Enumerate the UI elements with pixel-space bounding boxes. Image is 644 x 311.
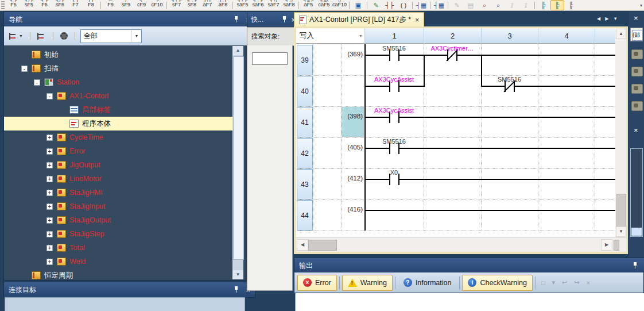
scroll-up-icon[interactable]: ▲ xyxy=(232,46,243,55)
fkey-button-F8[interactable]: [ ]F8 xyxy=(83,0,99,10)
tree-item-StaJigInput[interactable]: +StaJigInput xyxy=(4,199,232,213)
collapse-tree-button[interactable] xyxy=(36,30,48,42)
cross-ref-active-icon[interactable]: ╠ xyxy=(550,0,564,10)
tree-item-AX1-Contorl[interactable]: -AX1-Contorl xyxy=(4,89,232,103)
scroll-right-icon[interactable]: ▶ xyxy=(601,239,612,251)
tree-scrollbar-thumb[interactable] xyxy=(233,56,244,260)
pin-icon[interactable] xyxy=(633,262,638,269)
splitter-grip[interactable] xyxy=(614,240,619,251)
contact-label[interactable]: X0 xyxy=(354,169,434,176)
pin-icon[interactable] xyxy=(234,16,239,23)
tree-item-Error[interactable]: +Error xyxy=(4,144,232,158)
tree-item-StaJigOutput[interactable]: +StaJigOutput xyxy=(4,213,232,227)
tree-item-Station[interactable]: -Station xyxy=(4,75,232,89)
hscroll-thumb[interactable] xyxy=(308,240,337,251)
tab-close-icon[interactable]: × xyxy=(415,16,419,24)
output-filter-information[interactable]: ?Information xyxy=(398,275,457,291)
expand-icon[interactable]: + xyxy=(46,204,53,210)
fkey-button-aF7[interactable]: (↑)aF7 xyxy=(200,0,215,10)
collapse-icon[interactable]: - xyxy=(34,79,40,86)
tree-item-StaJigStep[interactable]: +StaJigStep xyxy=(4,227,232,241)
collapse-icon[interactable]: - xyxy=(21,66,28,72)
tab-list-icon[interactable]: ▼ xyxy=(613,16,618,21)
ladder-vertical-scrollbar[interactable]: ▲ ▼ xyxy=(615,28,626,237)
expand-icon[interactable]: + xyxy=(46,176,53,182)
rung-number-44[interactable]: 44 xyxy=(297,200,313,231)
tree-item--[interactable]: 初始 xyxy=(4,48,232,62)
fkey-button-sF6[interactable]: ┤/├sF6 xyxy=(52,0,68,10)
contact-label[interactable]: SM5516 xyxy=(354,138,434,145)
fkey-button-saF8[interactable]: ┤↓/saF8 xyxy=(281,0,297,10)
chevron-down-icon[interactable]: ▼ xyxy=(359,34,363,38)
tree-item-CycleTime[interactable]: +CycleTime xyxy=(4,130,232,144)
ladder-editor[interactable]: 写入 ▼123439(369)SM5516AX3Cyctimer…40AX3Cy… xyxy=(296,28,615,237)
find-instruction-icon[interactable]: ⌕ xyxy=(491,0,505,10)
fkey-button-cF10[interactable]: ┌cF10 xyxy=(149,0,165,10)
tree-item-Total[interactable]: +Total xyxy=(4,241,232,255)
fkey-button-saF6[interactable]: ┤↓├saF6 xyxy=(250,0,266,10)
fkey-button-saF7[interactable]: ┤↑/saF7 xyxy=(266,0,281,10)
tree-item--[interactable]: -扫描 xyxy=(4,62,232,75)
tree-item--[interactable]: 程序本体 xyxy=(4,117,232,130)
tab-ax1-contorl[interactable]: AX1-Contorl [PRG] [LD] 417步 * × xyxy=(294,12,424,27)
tree-item-Weld[interactable]: +Weld xyxy=(4,255,232,268)
element-selection-dropdown[interactable]: (部 xyxy=(630,28,643,41)
pin-icon[interactable] xyxy=(234,286,239,293)
rung-number-40[interactable]: 40 xyxy=(297,76,313,106)
fkey-button-cF9[interactable]: ┐cF9 xyxy=(134,0,149,10)
scroll-down-icon[interactable]: ▼ xyxy=(616,226,626,237)
coil-icon[interactable]: ( ) xyxy=(397,0,410,10)
contact-grid2-icon[interactable]: ┤▦ xyxy=(432,0,446,10)
fkey-button-F5[interactable]: ┤├F5 xyxy=(6,0,21,10)
output-filter-error[interactable]: ×Error xyxy=(297,275,337,291)
output-filter-warning[interactable]: Warning xyxy=(342,275,393,291)
expand-icon[interactable]: + xyxy=(46,135,53,141)
tree-item--[interactable]: 局部标签 xyxy=(4,103,232,117)
rung-number-41[interactable]: 41 xyxy=(297,107,313,137)
contact-label[interactable]: AX3CycAssist xyxy=(354,107,434,114)
fkey-button-aF5[interactable]: ┤=├aF5 xyxy=(301,0,316,10)
expand-icon[interactable]: + xyxy=(46,245,53,251)
ladder-horizontal-scrollbar[interactable]: ◀ ▶ xyxy=(296,237,626,252)
toolbar-overflow-icon[interactable]: ▾ xyxy=(640,3,644,8)
tree-display-mode-button[interactable]: ▼ xyxy=(7,30,25,42)
statement-edit-icon[interactable]: ✎ xyxy=(369,0,383,10)
expand-icon[interactable]: + xyxy=(46,217,53,224)
fkey-button-sF5[interactable]: ┤/├sF5 xyxy=(21,0,37,10)
tab-scroll-right-icon[interactable]: ▶ xyxy=(605,16,608,21)
tree-item--[interactable]: 恒定周期 xyxy=(4,268,232,281)
rung-number-39[interactable]: 39 xyxy=(297,45,313,75)
fkey-button-caF5[interactable]: ┤=/caF5 xyxy=(316,0,332,10)
collapse-icon[interactable]: - xyxy=(46,93,53,99)
tree-item-LineMotor[interactable]: +LineMotor xyxy=(4,172,232,186)
close-icon[interactable]: × xyxy=(634,126,638,134)
settings-button[interactable] xyxy=(59,30,69,42)
contact-label[interactable]: AX3Cyctimer… xyxy=(412,45,492,52)
expand-icon[interactable]: + xyxy=(46,148,53,155)
close-icon[interactable]: × xyxy=(634,14,638,22)
history-icon[interactable] xyxy=(631,101,643,111)
find-device-icon[interactable] xyxy=(631,67,643,76)
contact-label[interactable]: SM5516 xyxy=(470,76,550,83)
device-contact-icon[interactable]: ┤├ xyxy=(383,0,397,10)
fkey-button-sF7[interactable]: ┤↑├sF7 xyxy=(169,0,184,10)
tree-item-JigOutput[interactable]: +JigOutput xyxy=(4,158,232,172)
scroll-up-icon[interactable]: ▲ xyxy=(616,29,626,39)
cross-ref-icon[interactable]: ╠ xyxy=(537,0,550,10)
tab-scroll-left-icon[interactable]: ◀ xyxy=(597,16,600,21)
search-input[interactable] xyxy=(252,52,288,65)
tree-filter-dropdown[interactable]: 全部 ▼ xyxy=(80,29,142,43)
fkey-button-F9[interactable]: ─F9 xyxy=(103,0,118,10)
find-module-icon[interactable] xyxy=(631,49,643,59)
tree-item-StaJigHMI[interactable]: +StaJigHMI xyxy=(4,186,232,199)
contact-grid-icon[interactable]: ┤▦ xyxy=(414,0,428,10)
device-list-icon[interactable]: ╠ xyxy=(564,0,578,10)
fkey-button-caF10[interactable]: ▯caF10 xyxy=(332,0,347,10)
fkey-button-sF8[interactable]: ┤↓├sF8 xyxy=(184,0,200,10)
scroll-down-icon[interactable]: ▼ xyxy=(232,270,243,279)
find-instruction-icon[interactable] xyxy=(631,84,643,94)
expand-icon[interactable]: + xyxy=(46,190,53,196)
expand-icon[interactable]: + xyxy=(46,162,53,168)
fkey-button-saF5[interactable]: ┤↑├saF5 xyxy=(235,0,250,10)
fkey-button-aF8[interactable]: (↓)aF8 xyxy=(215,0,231,10)
